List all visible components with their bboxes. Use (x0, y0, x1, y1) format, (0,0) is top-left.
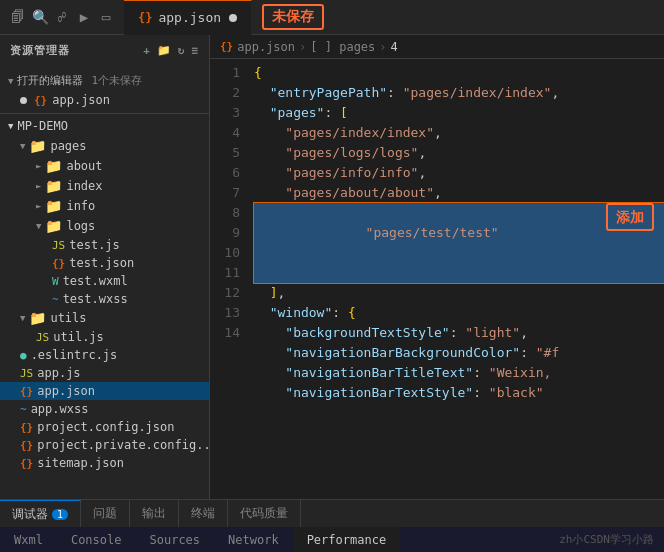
breadcrumb-file: app.json (237, 40, 295, 54)
tab-bar: {} app.json 未保存 (124, 0, 664, 35)
breadcrumb-line: 4 (391, 40, 398, 54)
code-area[interactable]: 1 2 3 4 5 6 7 8 9 10 11 12 13 14 { "entr… (210, 59, 664, 499)
test-json-icon: {} (52, 257, 65, 270)
sitemap-label: sitemap.json (37, 456, 124, 470)
eslintrc-label: .eslintrc.js (31, 348, 118, 362)
sidebar-item-app-wxss[interactable]: ~ app.wxss (0, 400, 209, 418)
sidebar-item-eslintrc[interactable]: ● .eslintrc.js (0, 346, 209, 364)
output-label: 输出 (142, 505, 166, 522)
util-js-icon: JS (36, 331, 49, 344)
tab-file-icon: {} (138, 11, 152, 25)
app-wxss-icon: ~ (20, 403, 27, 416)
panel-tab-terminal[interactable]: 终端 (179, 500, 228, 528)
quality-label: 代码质量 (240, 505, 288, 522)
sidebar-item-index[interactable]: ► 📁 index (0, 176, 209, 196)
sidebar-title: 资源管理器 (10, 43, 70, 58)
pages-chevron: ▼ (20, 141, 25, 151)
panel-tab-problems[interactable]: 问题 (81, 500, 130, 528)
code-content: { "entryPagePath": "pages/index/index", … (250, 63, 664, 499)
breadcrumb-pages: [ ] pages (310, 40, 375, 54)
sidebar-item-test-js[interactable]: JS test.js (0, 236, 209, 254)
problems-label: 问题 (93, 505, 117, 522)
panel-tab-bar: 调试器 1 问题 输出 终端 代码质量 (0, 499, 664, 527)
watermark: zh小CSDN学习小路 (559, 532, 664, 547)
code-line-11: "backgroundTextStyle": "light", (254, 323, 664, 343)
info-chevron: ► (36, 201, 41, 211)
sidebar-item-project-private[interactable]: {} project.private.config... (0, 436, 209, 454)
code-line-9: ], (254, 283, 664, 303)
bottom-tab-wxml[interactable]: Wxml (0, 527, 57, 552)
code-line-13: "navigationBarTitleText": "Weixin, (254, 363, 664, 383)
unsaved-indicator (20, 97, 27, 104)
breadcrumb-sep2: › (379, 40, 386, 54)
sidebar-item-test-wxml[interactable]: W test.wxml (0, 272, 209, 290)
debugger-badge: 1 (52, 509, 68, 520)
sidebar-item-app-js[interactable]: JS app.js (0, 364, 209, 382)
sidebar-item-sitemap[interactable]: {} sitemap.json (0, 454, 209, 472)
activity-bar: 🗐 🔍 ☍ ▶ ▭ (0, 9, 124, 25)
bottom-tab-sources[interactable]: Sources (135, 527, 214, 552)
logs-folder-icon: 📁 (45, 218, 62, 234)
add-label: 添加 (606, 203, 654, 231)
sidebar-item-pages[interactable]: ▼ 📁 pages (0, 136, 209, 156)
test-js-icon: JS (52, 239, 65, 252)
file-tree: ▼ MP-DEMO ▼ 📁 pages ► 📁 about ► 📁 index (0, 114, 209, 499)
search-icon[interactable]: 🔍 (32, 9, 48, 25)
open-editors-title[interactable]: ▼ 打开的编辑器 1个未保存 (0, 70, 209, 91)
code-line-4: "pages/index/index", (254, 123, 664, 143)
sidebar-item-test-wxss[interactable]: ~ test.wxss (0, 290, 209, 308)
debug-icon[interactable]: ▶ (76, 9, 92, 25)
app-json-tab[interactable]: {} app.json (124, 0, 252, 35)
bottom-tab-performance[interactable]: Performance (293, 527, 400, 552)
sidebar-item-info[interactable]: ► 📁 info (0, 196, 209, 216)
console-label: Console (71, 533, 122, 547)
sidebar-item-app-json[interactable]: {} app.json (0, 382, 209, 400)
sidebar-item-project-config[interactable]: {} project.config.json (0, 418, 209, 436)
new-folder-icon[interactable]: 📁 (157, 44, 172, 57)
code-line-10: "window": { (254, 303, 664, 323)
extensions-icon[interactable]: ▭ (98, 9, 114, 25)
sidebar-item-test-json[interactable]: {} test.json (0, 254, 209, 272)
collapse-icon[interactable]: ≡ (191, 44, 199, 57)
tree-root[interactable]: ▼ MP-DEMO (0, 116, 209, 136)
tab-label: app.json (158, 10, 221, 25)
info-label: info (66, 199, 95, 213)
sidebar-item-logs[interactable]: ▼ 📁 logs (0, 216, 209, 236)
panel-tab-quality[interactable]: 代码质量 (228, 500, 301, 528)
app-js-icon: JS (20, 367, 33, 380)
sidebar-header: 资源管理器 + 📁 ↻ ≡ (0, 35, 209, 66)
sidebar-item-util-js[interactable]: JS util.js (0, 328, 209, 346)
bottom-tab-network[interactable]: Network (214, 527, 293, 552)
test-wxml-icon: W (52, 275, 59, 288)
debugger-label: 调试器 (12, 506, 48, 523)
file-icon[interactable]: 🗐 (10, 9, 26, 25)
code-line-5: "pages/logs/logs", (254, 143, 664, 163)
sidebar-item-about[interactable]: ► 📁 about (0, 156, 209, 176)
test-wxss-label: test.wxss (63, 292, 128, 306)
project-private-icon: {} (20, 439, 33, 452)
logs-chevron: ▼ (36, 221, 41, 231)
util-js-label: util.js (53, 330, 104, 344)
pages-folder-icon: 📁 (29, 138, 46, 154)
git-icon[interactable]: ☍ (54, 9, 70, 25)
sidebar-item-utils[interactable]: ▼ 📁 utils (0, 308, 209, 328)
app-json-icon: {} (20, 385, 33, 398)
code-line-8: "pages/test/test" 添加 (254, 203, 664, 283)
open-editors-label: 打开的编辑器 (17, 73, 83, 88)
code-line-2: "entryPagePath": "pages/index/index", (254, 83, 664, 103)
index-folder-icon: 📁 (45, 178, 62, 194)
about-chevron: ► (36, 161, 41, 171)
code-line-1: { (254, 63, 664, 83)
panel-tab-debugger[interactable]: 调试器 1 (0, 500, 81, 528)
panel-tab-output[interactable]: 输出 (130, 500, 179, 528)
open-editor-app-json[interactable]: {} app.json (0, 91, 209, 109)
unsaved-label: 未保存 (262, 4, 324, 30)
refresh-icon[interactable]: ↻ (178, 44, 186, 57)
project-private-label: project.private.config... (37, 438, 209, 452)
sidebar: 资源管理器 + 📁 ↻ ≡ ▼ 打开的编辑器 1个未保存 {} app.json (0, 35, 210, 499)
open-editor-filename: app.json (52, 93, 110, 107)
breadcrumb-sep1: › (299, 40, 306, 54)
code-line-12: "navigationBarBackgroundColor": "#f (254, 343, 664, 363)
new-file-icon[interactable]: + (143, 44, 151, 57)
bottom-tab-console[interactable]: Console (57, 527, 136, 552)
